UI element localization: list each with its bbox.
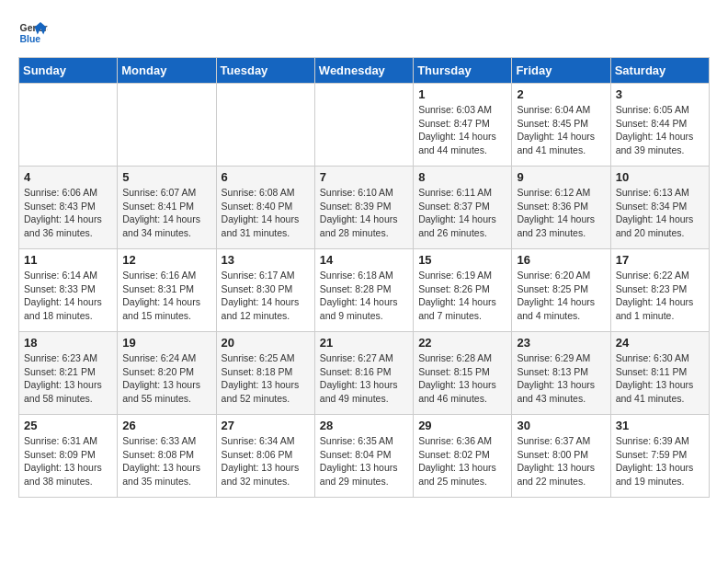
calendar-cell: 5Sunrise: 6:07 AM Sunset: 8:41 PM Daylig… <box>118 167 216 249</box>
day-number: 6 <box>222 170 310 184</box>
calendar-cell: 31Sunrise: 6:39 AM Sunset: 7:59 PM Dayli… <box>610 415 709 498</box>
calendar-cell: 9Sunrise: 6:12 AM Sunset: 8:36 PM Daylig… <box>512 167 610 249</box>
day-number: 15 <box>418 253 506 267</box>
calendar-cell: 18Sunrise: 6:23 AM Sunset: 8:21 PM Dayli… <box>19 332 118 415</box>
day-number: 10 <box>616 170 704 184</box>
calendar-cell: 26Sunrise: 6:33 AM Sunset: 8:08 PM Dayli… <box>118 415 216 498</box>
day-info: Sunrise: 6:03 AM Sunset: 8:47 PM Dayligh… <box>418 103 506 157</box>
day-info: Sunrise: 6:08 AM Sunset: 8:40 PM Dayligh… <box>222 186 310 240</box>
calendar-cell: 14Sunrise: 6:18 AM Sunset: 8:28 PM Dayli… <box>314 249 413 332</box>
calendar-cell: 11Sunrise: 6:14 AM Sunset: 8:33 PM Dayli… <box>19 249 118 332</box>
calendar-cell: 16Sunrise: 6:20 AM Sunset: 8:25 PM Dayli… <box>512 249 610 332</box>
calendar-cell: 15Sunrise: 6:19 AM Sunset: 8:26 PM Dayli… <box>414 249 512 332</box>
day-info: Sunrise: 6:20 AM Sunset: 8:25 PM Dayligh… <box>517 269 605 323</box>
calendar-cell: 6Sunrise: 6:08 AM Sunset: 8:40 PM Daylig… <box>216 167 314 249</box>
day-number: 30 <box>517 419 605 432</box>
day-info: Sunrise: 6:30 AM Sunset: 8:11 PM Dayligh… <box>616 351 704 406</box>
day-number: 26 <box>122 419 210 432</box>
calendar-cell: 25Sunrise: 6:31 AM Sunset: 8:09 PM Dayli… <box>19 415 118 498</box>
weekday-header-wednesday: Wednesday <box>314 58 413 84</box>
calendar-cell <box>314 84 413 167</box>
day-number: 13 <box>222 253 310 267</box>
day-number: 22 <box>418 336 506 350</box>
calendar-cell: 12Sunrise: 6:16 AM Sunset: 8:31 PM Dayli… <box>118 249 216 332</box>
day-number: 3 <box>616 87 704 101</box>
day-info: Sunrise: 6:13 AM Sunset: 8:34 PM Dayligh… <box>616 186 704 240</box>
calendar-cell: 23Sunrise: 6:29 AM Sunset: 8:13 PM Dayli… <box>512 332 610 415</box>
weekday-header-tuesday: Tuesday <box>216 58 314 84</box>
day-info: Sunrise: 6:06 AM Sunset: 8:43 PM Dayligh… <box>24 186 112 240</box>
day-number: 21 <box>320 336 408 350</box>
calendar-cell <box>118 84 216 167</box>
svg-text:Blue: Blue <box>20 34 41 44</box>
weekday-header-sunday: Sunday <box>19 58 118 84</box>
weekday-header-friday: Friday <box>512 58 610 84</box>
day-info: Sunrise: 6:24 AM Sunset: 8:20 PM Dayligh… <box>122 351 210 406</box>
day-number: 20 <box>222 336 310 350</box>
day-info: Sunrise: 6:36 AM Sunset: 8:02 PM Dayligh… <box>418 434 506 488</box>
calendar-cell: 17Sunrise: 6:22 AM Sunset: 8:23 PM Dayli… <box>610 249 709 332</box>
day-number: 1 <box>418 87 506 101</box>
calendar-cell: 30Sunrise: 6:37 AM Sunset: 8:00 PM Dayli… <box>512 415 610 498</box>
day-number: 5 <box>122 170 210 184</box>
day-info: Sunrise: 6:18 AM Sunset: 8:28 PM Dayligh… <box>320 269 408 323</box>
calendar-cell: 19Sunrise: 6:24 AM Sunset: 8:20 PM Dayli… <box>118 332 216 415</box>
calendar-cell: 22Sunrise: 6:28 AM Sunset: 8:15 PM Dayli… <box>414 332 512 415</box>
day-number: 14 <box>320 253 408 267</box>
calendar-cell <box>216 84 314 167</box>
day-number: 17 <box>616 253 704 267</box>
weekday-header-thursday: Thursday <box>414 58 512 84</box>
day-number: 27 <box>222 419 310 432</box>
calendar-cell: 3Sunrise: 6:05 AM Sunset: 8:44 PM Daylig… <box>610 84 709 167</box>
day-info: Sunrise: 6:04 AM Sunset: 8:45 PM Dayligh… <box>517 103 605 157</box>
day-number: 25 <box>24 419 112 432</box>
calendar-cell: 27Sunrise: 6:34 AM Sunset: 8:06 PM Dayli… <box>216 415 314 498</box>
calendar-cell: 10Sunrise: 6:13 AM Sunset: 8:34 PM Dayli… <box>610 167 709 249</box>
day-number: 9 <box>517 170 605 184</box>
day-info: Sunrise: 6:10 AM Sunset: 8:39 PM Dayligh… <box>320 186 408 240</box>
calendar-cell: 20Sunrise: 6:25 AM Sunset: 8:18 PM Dayli… <box>216 332 314 415</box>
day-info: Sunrise: 6:05 AM Sunset: 8:44 PM Dayligh… <box>616 103 704 157</box>
day-info: Sunrise: 6:34 AM Sunset: 8:06 PM Dayligh… <box>222 434 310 488</box>
calendar-cell <box>19 84 118 167</box>
calendar-cell: 24Sunrise: 6:30 AM Sunset: 8:11 PM Dayli… <box>610 332 709 415</box>
calendar-cell: 28Sunrise: 6:35 AM Sunset: 8:04 PM Dayli… <box>314 415 413 498</box>
day-number: 29 <box>418 419 506 432</box>
calendar-cell: 8Sunrise: 6:11 AM Sunset: 8:37 PM Daylig… <box>414 167 512 249</box>
weekday-header-monday: Monday <box>118 58 216 84</box>
calendar-cell: 29Sunrise: 6:36 AM Sunset: 8:02 PM Dayli… <box>414 415 512 498</box>
day-info: Sunrise: 6:17 AM Sunset: 8:30 PM Dayligh… <box>222 269 310 323</box>
day-number: 24 <box>616 336 704 350</box>
day-info: Sunrise: 6:33 AM Sunset: 8:08 PM Dayligh… <box>122 434 210 488</box>
day-number: 7 <box>320 170 408 184</box>
day-info: Sunrise: 6:37 AM Sunset: 8:00 PM Dayligh… <box>517 434 605 488</box>
weekday-header-saturday: Saturday <box>610 58 709 84</box>
day-info: Sunrise: 6:23 AM Sunset: 8:21 PM Dayligh… <box>24 351 112 406</box>
day-info: Sunrise: 6:12 AM Sunset: 8:36 PM Dayligh… <box>517 186 605 240</box>
calendar-cell: 4Sunrise: 6:06 AM Sunset: 8:43 PM Daylig… <box>19 167 118 249</box>
day-info: Sunrise: 6:31 AM Sunset: 8:09 PM Dayligh… <box>24 434 112 488</box>
day-info: Sunrise: 6:27 AM Sunset: 8:16 PM Dayligh… <box>320 351 408 406</box>
day-info: Sunrise: 6:35 AM Sunset: 8:04 PM Dayligh… <box>320 434 408 488</box>
calendar-table: SundayMondayTuesdayWednesdayThursdayFrid… <box>18 57 710 498</box>
day-number: 28 <box>320 419 408 432</box>
day-info: Sunrise: 6:19 AM Sunset: 8:26 PM Dayligh… <box>418 269 506 323</box>
day-number: 12 <box>122 253 210 267</box>
day-number: 16 <box>517 253 605 267</box>
day-info: Sunrise: 6:07 AM Sunset: 8:41 PM Dayligh… <box>122 186 210 240</box>
calendar-cell: 1Sunrise: 6:03 AM Sunset: 8:47 PM Daylig… <box>414 84 512 167</box>
day-info: Sunrise: 6:14 AM Sunset: 8:33 PM Dayligh… <box>24 269 112 323</box>
calendar-cell: 7Sunrise: 6:10 AM Sunset: 8:39 PM Daylig… <box>314 167 413 249</box>
day-number: 31 <box>616 419 704 432</box>
header: General Blue <box>18 18 710 48</box>
day-number: 8 <box>418 170 506 184</box>
calendar-cell: 13Sunrise: 6:17 AM Sunset: 8:30 PM Dayli… <box>216 249 314 332</box>
logo: General Blue <box>18 18 48 48</box>
day-info: Sunrise: 6:29 AM Sunset: 8:13 PM Dayligh… <box>517 351 605 406</box>
day-number: 2 <box>517 87 605 101</box>
day-number: 23 <box>517 336 605 350</box>
day-info: Sunrise: 6:11 AM Sunset: 8:37 PM Dayligh… <box>418 186 506 240</box>
day-number: 19 <box>122 336 210 350</box>
day-number: 4 <box>24 170 112 184</box>
day-info: Sunrise: 6:39 AM Sunset: 7:59 PM Dayligh… <box>616 434 704 488</box>
